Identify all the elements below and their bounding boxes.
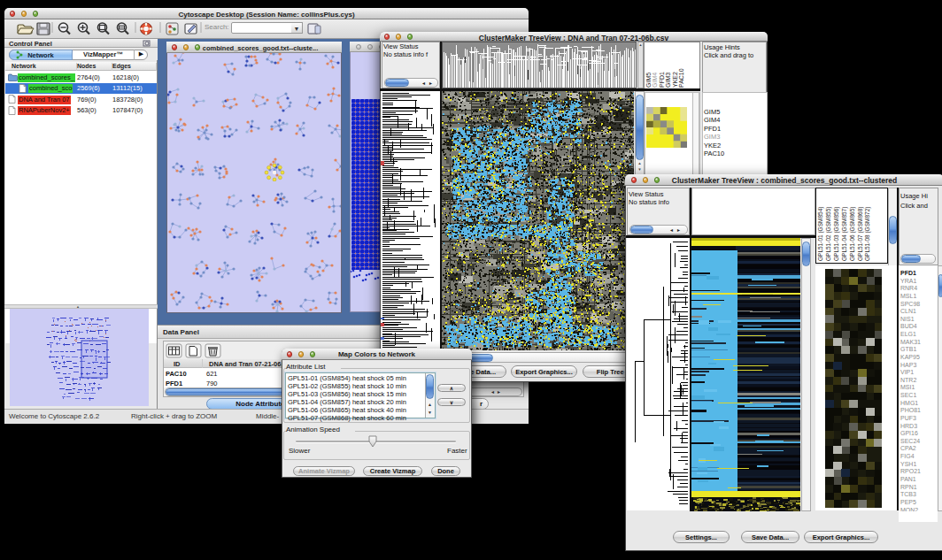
svg-text:PFD1: PFD1 [659, 72, 665, 88]
svg-text:GPL51-06 (GSM865): GPL51-06 (GSM865) [849, 207, 856, 261]
svg-text:GPL51-07 (GSM868): GPL51-07 (GSM868) [857, 207, 864, 261]
svg-text:GPL51-03 (GSM856): GPL51-03 (GSM856) [833, 207, 840, 261]
svg-text:GPL51-04 (GSM857): GPL51-04 (GSM857) [841, 207, 848, 261]
svg-text:GIM5: GIM5 [645, 73, 652, 88]
svg-text:GPL51-08 (GSM872): GPL51-08 (GSM872) [864, 207, 871, 261]
svg-text:YKE2: YKE2 [672, 72, 678, 88]
svg-text:GPL51-02 (GSM855): GPL51-02 (GSM855) [825, 207, 832, 261]
svg-text:GIM3: GIM3 [665, 73, 671, 88]
svg-text:GPL51-01 (GSM854): GPL51-01 (GSM854) [817, 207, 824, 261]
svg-text:GIM4: GIM4 [652, 73, 658, 88]
svg-text:PAC10: PAC10 [678, 68, 684, 88]
